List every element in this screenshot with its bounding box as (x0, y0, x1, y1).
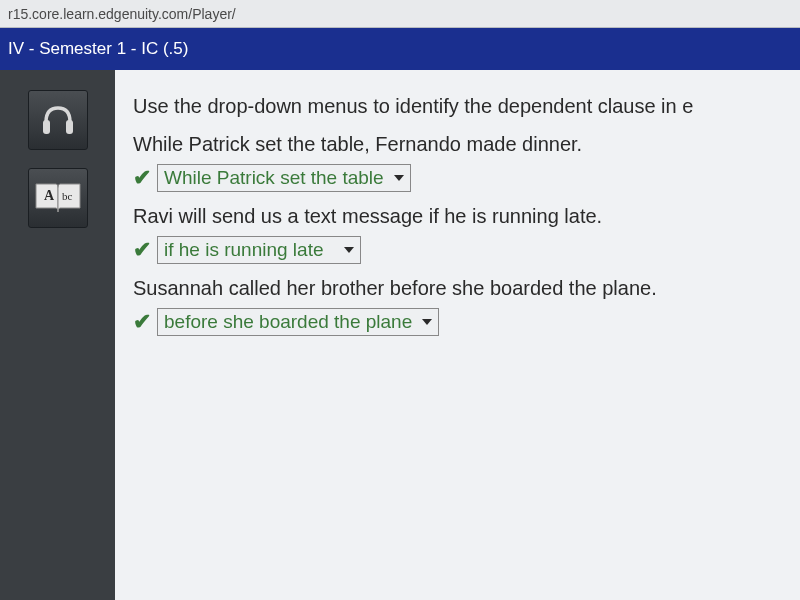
svg-rect-1 (66, 120, 73, 134)
course-title: IV - Semester 1 - IC (.5) (8, 39, 188, 59)
audio-button[interactable] (28, 90, 88, 150)
svg-text:A: A (44, 188, 55, 203)
question-block: While Patrick set the table, Fernando ma… (133, 130, 782, 192)
dropdown-value: if he is running late (164, 239, 324, 261)
answer-dropdown[interactable]: if he is running late (157, 236, 361, 264)
dropdown-row: ✔ While Patrick set the table (133, 164, 782, 192)
dropdown-value: While Patrick set the table (164, 167, 384, 189)
dropdown-row: ✔ if he is running late (133, 236, 782, 264)
headphones-icon (38, 100, 78, 140)
sentence-text: While Patrick set the table, Fernando ma… (133, 130, 782, 158)
sentence-text: Ravi will send us a text message if he i… (133, 202, 782, 230)
content-panel: Use the drop-down menus to identify the … (115, 70, 800, 600)
check-icon: ✔ (133, 309, 151, 335)
answer-dropdown[interactable]: before she boarded the plane (157, 308, 439, 336)
question-block: Susannah called her brother before she b… (133, 274, 782, 336)
answer-dropdown[interactable]: While Patrick set the table (157, 164, 411, 192)
check-icon: ✔ (133, 165, 151, 191)
address-bar[interactable]: r15.core.learn.edgenuity.com/Player/ (0, 0, 800, 28)
dropdown-value: before she boarded the plane (164, 311, 412, 333)
glossary-icon: A bc (34, 180, 82, 216)
check-icon: ✔ (133, 237, 151, 263)
instruction-text: Use the drop-down menus to identify the … (133, 92, 782, 120)
main-area: A bc Use the drop-down menus to identify… (0, 70, 800, 600)
svg-rect-0 (43, 120, 50, 134)
sidebar: A bc (0, 70, 115, 600)
dropdown-row: ✔ before she boarded the plane (133, 308, 782, 336)
question-block: Ravi will send us a text message if he i… (133, 202, 782, 264)
sentence-text: Susannah called her brother before she b… (133, 274, 782, 302)
course-header: IV - Semester 1 - IC (.5) (0, 28, 800, 70)
url-text: r15.core.learn.edgenuity.com/Player/ (8, 6, 236, 22)
svg-text:bc: bc (62, 190, 73, 202)
glossary-button[interactable]: A bc (28, 168, 88, 228)
